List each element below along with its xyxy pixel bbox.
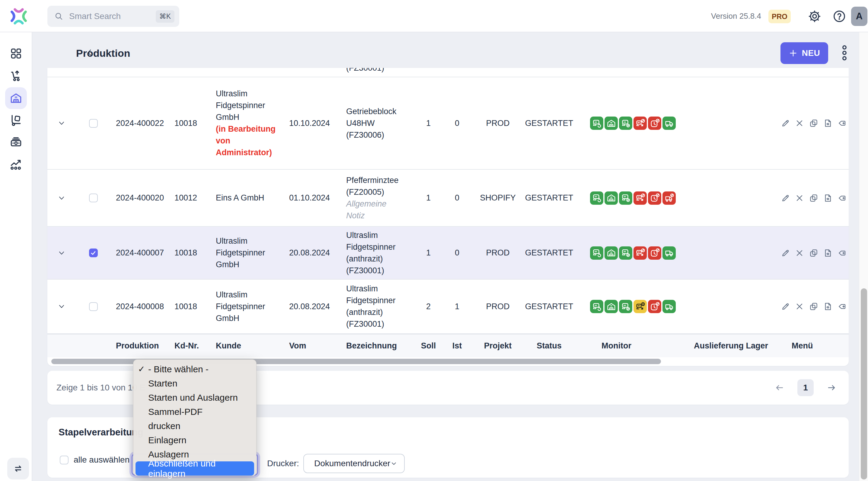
sidebar-item-warehouse[interactable] (5, 87, 27, 109)
production-ok-badge[interactable] (619, 191, 632, 205)
production-ok-badge[interactable] (619, 300, 632, 313)
delete-button[interactable] (795, 248, 804, 258)
warehouse-badge[interactable] (604, 300, 618, 313)
dropdown-item[interactable]: drucken (133, 419, 256, 433)
production-sync-badge[interactable] (590, 117, 603, 130)
outbound-blocked-badge[interactable] (633, 117, 647, 130)
col-header-bezeichnung[interactable]: Bezeichnung (342, 341, 405, 351)
outbound-warning-badge[interactable] (633, 300, 647, 313)
sidebar-item-logistics[interactable] (5, 109, 27, 131)
table-row[interactable]: 2024-40000710018Ultraslim Fidgetspinner … (48, 227, 849, 280)
duplicate-button[interactable] (809, 193, 818, 203)
sidebar-item-analytics[interactable] (5, 153, 27, 175)
col-header-monitor[interactable]: Monitor (574, 341, 681, 351)
sidebar-item-finance[interactable] (5, 131, 27, 153)
production-ok-badge[interactable] (619, 117, 632, 130)
settings-button[interactable] (808, 9, 822, 23)
delivery-blocked-badge[interactable] (662, 191, 676, 205)
dropdown-item[interactable]: Abschließen und einlagern (135, 461, 254, 476)
dropdown-item[interactable]: Starten (133, 376, 256, 390)
time-blocked-badge[interactable] (648, 117, 661, 130)
time-blocked-badge[interactable] (648, 246, 661, 260)
new-button[interactable]: NEU (780, 42, 828, 64)
next-page-button[interactable] (826, 383, 837, 393)
warehouse-badge[interactable] (604, 246, 618, 260)
edit-button[interactable] (781, 119, 790, 128)
delete-button[interactable] (795, 193, 804, 203)
sidebar-item-sales[interactable] (5, 65, 27, 87)
col-header-status[interactable]: Status (524, 341, 574, 351)
more-options-button[interactable] (840, 44, 849, 61)
avatar[interactable]: A (851, 7, 867, 26)
duplicate-button[interactable] (809, 248, 818, 258)
production-ok-badge[interactable] (619, 246, 632, 260)
dashboard-icon (9, 47, 23, 60)
col-header-soll[interactable]: Soll (414, 341, 443, 351)
delivery-truck-badge[interactable] (662, 246, 676, 260)
edit-button[interactable] (781, 193, 790, 203)
col-header-auslieferung-lager[interactable]: Auslieferung Lager (681, 341, 781, 351)
table-row-partial[interactable]: (FZ30001) (48, 68, 849, 77)
edit-button[interactable] (781, 302, 790, 311)
vertical-scrollbar[interactable] (859, 32, 868, 481)
printer-select[interactable]: Dokumentendrucker (303, 454, 405, 473)
warehouse-icon (606, 302, 616, 311)
production-sync-badge[interactable] (590, 191, 603, 205)
add-label-button[interactable] (838, 193, 846, 203)
col-header-ist[interactable]: Ist (443, 341, 471, 351)
col-header-produktion[interactable]: Produktion (111, 341, 169, 351)
row-checkbox[interactable] (89, 193, 98, 202)
duplicate-button[interactable] (809, 302, 818, 311)
col-header-kunde[interactable]: Kunde (210, 341, 281, 351)
delivery-truck-badge[interactable] (662, 300, 676, 313)
row-checkbox-checked[interactable] (89, 248, 98, 257)
pdf-button[interactable] (823, 193, 832, 203)
add-label-button[interactable] (838, 248, 846, 258)
edit-button[interactable] (781, 248, 790, 258)
select-all-checkbox[interactable] (60, 456, 68, 464)
delete-button[interactable] (795, 119, 804, 128)
dropdown-item[interactable]: Einlagern (133, 433, 256, 447)
outbound-blocked-badge[interactable] (633, 191, 647, 205)
pdf-button[interactable] (823, 302, 832, 311)
page-number-button[interactable]: 1 (797, 379, 814, 396)
add-label-button[interactable] (838, 119, 846, 128)
row-checkbox[interactable] (89, 302, 98, 311)
table-row[interactable]: 2024-40000810018Ultraslim Fidgetspinner … (48, 280, 849, 334)
add-label-button[interactable] (838, 302, 846, 311)
delivery-truck-badge[interactable] (662, 117, 676, 130)
table-row[interactable]: 2024-40002210018Ultraslim Fidgetspinner … (48, 77, 849, 170)
sidebar-item-dashboard[interactable] (5, 42, 27, 64)
table-row[interactable]: 2024-40002010012Eins A GmbH01.10.2024Pfe… (48, 170, 849, 227)
warehouse-badge[interactable] (604, 191, 618, 205)
col-header-menu[interactable]: Menü (781, 341, 849, 351)
duplicate-button[interactable] (809, 119, 818, 128)
production-sync-badge[interactable] (590, 300, 603, 313)
row-expand-button[interactable] (48, 303, 76, 310)
col-header-projekt[interactable]: Projekt (471, 341, 524, 351)
delete-icon (795, 248, 804, 258)
row-checkbox[interactable] (89, 119, 98, 128)
dropdown-item[interactable]: ✓- Bitte wählen - (133, 362, 256, 376)
row-expand-button[interactable] (48, 249, 76, 257)
pdf-button[interactable] (823, 119, 832, 128)
row-expand-button[interactable] (48, 119, 76, 127)
help-button[interactable] (832, 9, 846, 23)
time-blocked-badge[interactable] (648, 300, 661, 313)
production-sync-badge[interactable] (590, 246, 603, 260)
time-blocked-badge[interactable] (648, 191, 661, 205)
outbound-blocked-badge[interactable] (633, 246, 647, 260)
previous-page-button[interactable] (774, 383, 785, 393)
dropdown-item[interactable]: Starten und Auslagern (133, 390, 256, 404)
warehouse-badge[interactable] (604, 117, 618, 130)
sidebar-collapse-button[interactable] (7, 458, 29, 480)
dropdown-item[interactable]: Sammel-PDF (133, 404, 256, 419)
row-expand-button[interactable] (48, 194, 76, 202)
pdf-button[interactable] (823, 248, 832, 258)
smart-search-input[interactable]: Smart Search ⌘K (48, 6, 179, 27)
col-header-kdnr[interactable]: Kd-Nr. (169, 341, 210, 351)
vertical-scrollbar-thumb[interactable] (861, 288, 867, 480)
col-header-vom[interactable]: Vom (283, 341, 342, 351)
production-sync-icon (592, 248, 602, 258)
delete-button[interactable] (795, 302, 804, 311)
